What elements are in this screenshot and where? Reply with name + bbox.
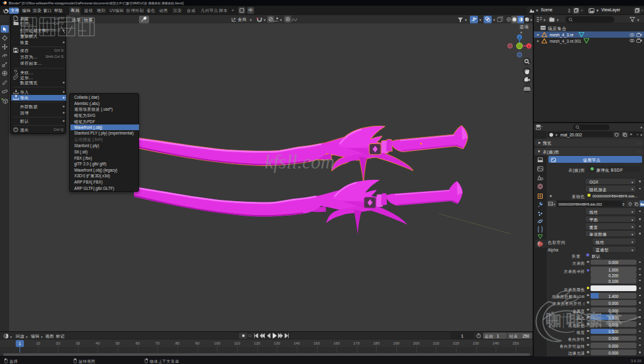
svg-text:Z: Z <box>518 36 521 40</box>
svg-text:X: X <box>528 45 530 48</box>
